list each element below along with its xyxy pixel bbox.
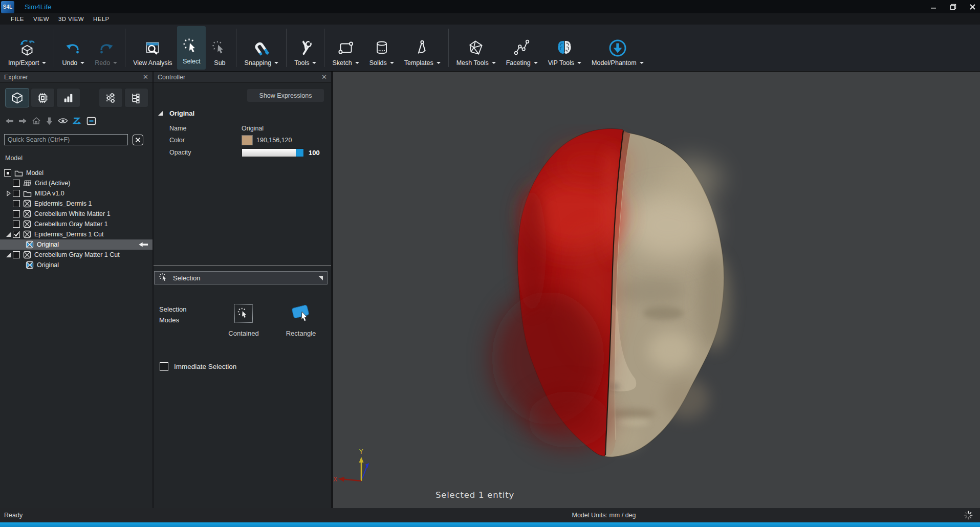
view-analysis-icon [143,37,162,59]
minimize-button[interactable] [928,2,939,12]
chevron-down-icon [577,62,581,66]
toolbar-label: Sub [214,59,225,67]
explorer-close-icon[interactable]: ✕ [143,74,148,80]
color-label: Color [169,137,242,144]
select-icon [182,35,201,58]
explorer-tab-analysis[interactable] [56,88,80,107]
toolbar-redo[interactable]: Redo [90,25,122,71]
name-value[interactable]: Original [242,125,264,132]
checkbox-partial[interactable] [4,169,11,177]
download-circle-icon [607,37,628,59]
tree-row-original2[interactable]: Original [0,260,153,270]
checkbox-unchecked[interactable] [13,221,20,228]
toolbar-undo[interactable]: Undo [57,25,90,71]
selection-section-header[interactable]: Selection [154,271,328,284]
checkbox-checked[interactable] [13,231,20,238]
zoom-to-icon[interactable] [73,117,82,125]
toolbar-mesh-tools[interactable]: Mesh Tools [451,25,501,71]
forward-arrow-icon[interactable] [18,117,27,125]
toolbar-tools[interactable]: Tools [289,25,321,71]
sliders-icon [104,92,117,104]
checkbox-unchecked[interactable] [13,210,20,217]
controller-title: Controller [158,74,321,81]
head-model[interactable] [333,72,977,508]
color-value[interactable]: 190,156,120 [256,137,292,144]
app-window: S4L Sim4Life FILE VIEW 3D VIEW HELP [0,0,980,527]
section-divider [154,265,331,266]
color-swatch[interactable] [242,135,253,145]
folder-icon [14,169,23,177]
tree-row-original-selected[interactable]: Original [0,239,153,250]
sub-select-icon [211,37,228,59]
tree-row-cgm[interactable]: Cerebellum Gray Matter 1 [0,219,153,229]
explorer-tab-model[interactable] [5,88,29,107]
checkbox-unchecked[interactable] [13,251,20,258]
menu-file[interactable]: FILE [6,16,29,22]
expander-expanded-icon[interactable] [6,252,11,258]
main-toolbar: Imp/Export Undo Redo [0,25,980,72]
checkbox-unchecked[interactable] [13,190,20,197]
toolbar-select[interactable]: Select [177,26,206,70]
tree-row-cgm-cut[interactable]: Cerebellum Gray Matter 1 Cut [0,250,153,260]
selection-mode-rectangle[interactable]: Rectangle [278,302,324,337]
mesh-entity-icon [23,220,31,228]
toolbar-separator [125,29,125,67]
menu-view[interactable]: VIEW [29,16,54,22]
tree-row-mida[interactable]: MIDA v1.0 [0,188,153,199]
close-button[interactable] [967,2,978,12]
expander-collapsed-icon[interactable] [6,190,11,196]
toolbar-snapping[interactable]: Snapping [239,25,284,71]
explorer-tab-hierarchy[interactable] [124,88,148,107]
toolbar-templates[interactable]: Templates [399,25,446,71]
mesh-icon [466,37,486,59]
menu-help[interactable]: HELP [89,16,114,22]
group-header[interactable]: Original [158,109,194,117]
toolbar-model-phantom[interactable]: Model/Phantom [586,25,649,71]
toolbar-solids[interactable]: Solids [364,25,399,71]
faceting-icon [512,37,532,59]
tree-row-model[interactable]: Model [0,168,153,178]
controller-close-icon[interactable]: ✕ [321,74,327,80]
expander-expanded-icon[interactable] [6,232,11,237]
search-input[interactable] [4,134,128,145]
search-clear-button[interactable] [133,135,143,145]
immediate-selection-row[interactable]: Immediate Selection [160,362,236,371]
controller-panel: Controller ✕ Show Expressions Original N… [154,72,333,508]
immediate-selection-label: Immediate Selection [174,363,236,370]
tree-row-cwm[interactable]: Cerebellum White Matter 1 [0,209,153,219]
status-ready: Ready [4,512,23,519]
opacity-slider[interactable] [242,148,304,157]
toolbar-faceting[interactable]: Faceting [501,25,543,71]
chevron-down-icon [274,62,278,66]
menu-3d-view[interactable]: 3D VIEW [54,16,89,22]
toolbar-vip-tools[interactable]: ViP Tools [543,25,586,71]
collapse-all-icon[interactable] [86,117,96,125]
down-arrow-icon[interactable] [46,117,53,125]
opacity-slider-handle[interactable] [296,149,303,157]
redo-icon [97,37,115,59]
tree-row-grid[interactable]: Grid (Active) [0,178,153,188]
eye-icon[interactable] [58,117,68,124]
opacity-value: 100 [309,149,320,157]
explorer-tab-simulation[interactable] [31,88,55,107]
tree-row-epidermis[interactable]: Epidermis_Dermis 1 [0,199,153,209]
toolbar-view-analysis[interactable]: View Analysis [128,25,177,71]
home-icon[interactable] [32,117,41,125]
checkbox-unchecked[interactable] [13,180,20,187]
tree-row-epidermis-cut[interactable]: Epidermis_Dermis 1 Cut [0,229,153,239]
tree-label: Grid (Active) [35,180,70,187]
toolbar-sketch[interactable]: Sketch [327,25,364,71]
selection-mode-contained[interactable]: Contained [221,302,267,337]
immediate-selection-checkbox[interactable] [160,362,168,371]
back-arrow-icon[interactable] [5,117,14,125]
viewport-3d[interactable]: Y X Selected 1 entity [333,72,980,508]
toolbar-label: ViP Tools [548,59,574,67]
toolbar-imp-export[interactable]: Imp/Export [3,25,51,71]
checkbox-unchecked[interactable] [13,200,20,207]
show-expressions-button[interactable]: Show Expressions [247,89,324,102]
restore-button[interactable] [947,2,959,12]
toolbar-sub[interactable]: Sub [206,25,233,71]
chevron-down-icon [534,62,538,66]
chevron-down-icon [492,62,496,66]
explorer-tab-properties[interactable] [99,88,123,107]
